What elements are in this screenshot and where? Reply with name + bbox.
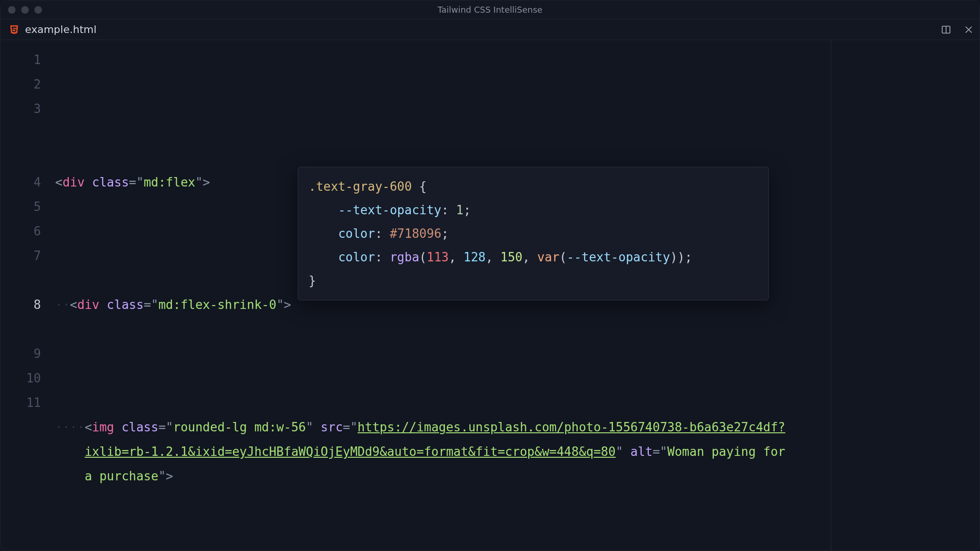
code-line[interactable]: ····<img class="rounded-lg md:w-56" src=… [55,415,970,488]
line-number: 3 [0,97,52,170]
code-area[interactable]: <div class="md:flex"> ··<div class="md:f… [52,40,980,551]
line-number: 10 [0,366,52,390]
line-number: 1 [0,48,52,72]
line-number: 11 [0,390,52,415]
intellisense-hover[interactable]: .text-gray-600 { --text-opacity: 1; colo… [298,167,769,300]
gutter: 1 2 3 4 5 6 7 8 9 10 11 [0,40,52,551]
tab-example-html[interactable]: example.html [0,19,105,40]
tab-filename: example.html [25,24,97,35]
tab-bar: example.html [0,19,980,40]
close-tab-icon[interactable] [964,24,974,35]
line-number: 4 [0,170,52,194]
titlebar: Tailwind CSS IntelliSense [0,0,980,19]
hover-selector: .text-gray-600 [309,179,412,194]
split-editor-icon[interactable] [941,24,951,35]
window-title: Tailwind CSS IntelliSense [0,5,980,15]
line-number: 8 [0,292,52,341]
line-number: 9 [0,341,52,366]
line-number: 7 [0,243,52,292]
line-number: 5 [0,194,52,219]
line-number: 6 [0,219,52,243]
html5-file-icon [9,24,19,35]
tab-actions [941,24,974,35]
code-editor[interactable]: 1 2 3 4 5 6 7 8 9 10 11 <div class="md:f… [0,40,980,551]
line-number: 2 [0,72,52,97]
